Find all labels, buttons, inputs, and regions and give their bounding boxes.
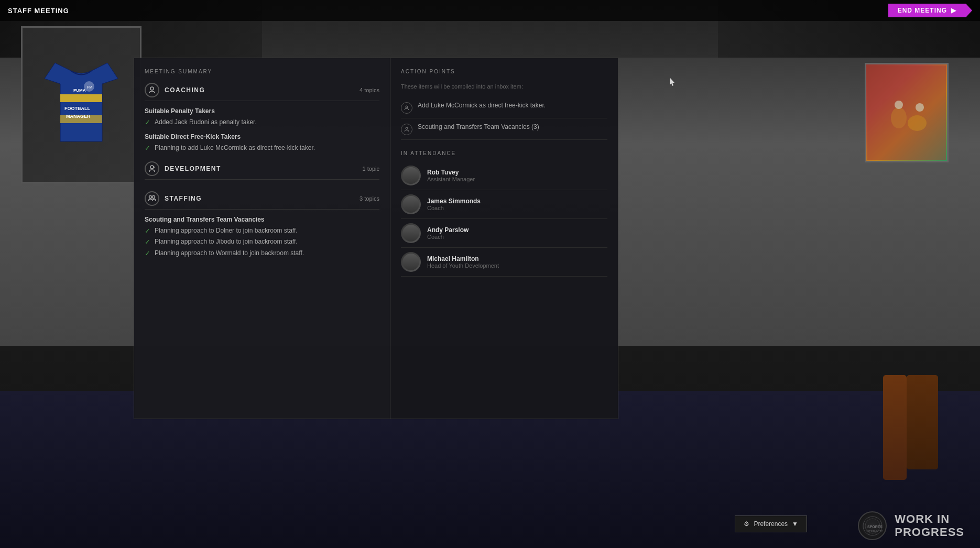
- development-section-name: DEVELOPMENT: [165, 165, 221, 172]
- check-icon-4: ✓: [145, 238, 150, 246]
- wip-line1: WORK IN: [895, 513, 964, 525]
- svg-point-9: [916, 103, 924, 112]
- gear-icon: ⚙: [744, 520, 749, 528]
- wip-line2: PROGRESS: [895, 526, 964, 539]
- top-bar: STAFF MEETING END MEETING ▶: [0, 0, 980, 21]
- staffing-item-2: ✓ Planning approach to Jibodu to join ba…: [145, 237, 379, 246]
- svg-text:INTERACTIVE: INTERACTIVE: [866, 530, 883, 533]
- action-item-icon-2: [401, 124, 412, 135]
- free-kick-text-1: Planning to add Luke McCormick as direct…: [155, 144, 315, 152]
- svg-point-10: [150, 87, 154, 90]
- svg-point-13: [153, 195, 155, 198]
- end-meeting-button[interactable]: END MEETING ▶: [888, 4, 972, 17]
- end-meeting-arrow-icon: ▶: [951, 7, 956, 14]
- check-icon-2: ✓: [145, 144, 150, 152]
- chair-right2: [883, 375, 907, 480]
- staffing-section-header: STAFFING 3 topics: [145, 191, 379, 210]
- staffing-item-1: ✓ Planning approach to Dolner to join ba…: [145, 226, 379, 235]
- staffing-text-3: Planning approach to Wormald to join bac…: [155, 249, 304, 258]
- attendee-row-1: Rob Tuvey Assistant Manager: [401, 161, 607, 190]
- attendee-avatar-2: [401, 194, 421, 214]
- attendee-role-4: Head of Youth Development: [427, 262, 499, 269]
- attendee-info-2: James Simmonds Coach: [427, 198, 481, 211]
- in-attendance-title: IN ATTENDANCE: [401, 150, 607, 156]
- attendee-avatar-3: [401, 223, 421, 243]
- staffing-icon: [145, 191, 159, 206]
- svg-point-6: [891, 107, 907, 128]
- svg-text:FM: FM: [87, 85, 92, 89]
- dialog-container: MEETING SUMMARY COACHING 4 topics Suitab…: [134, 58, 629, 419]
- attendee-role-1: Assistant Manager: [427, 176, 475, 182]
- photo-frame-image: [866, 64, 947, 161]
- scouting-vacancies-title: Scouting and Transfers Team Vacancies: [145, 216, 379, 223]
- preferences-label: Preferences: [754, 520, 788, 528]
- attendee-name-4: Michael Hamilton: [427, 255, 499, 262]
- check-icon-5: ✓: [145, 249, 150, 257]
- free-kick-takers-title: Suitable Direct Free-Kick Takers: [145, 133, 379, 140]
- attendee-info-3: Andy Parslow Coach: [427, 226, 469, 240]
- action-item-2: Scouting and Transfers Team Vacancies (3…: [401, 118, 607, 140]
- wip-watermark: SPORTS INTERACTIVE WORK IN PROGRESS: [858, 511, 964, 540]
- coaching-topic-count: 4 topics: [360, 87, 379, 93]
- staffing-text-2: Planning approach to Jibodu to join back…: [155, 237, 298, 246]
- attendee-name-1: Rob Tuvey: [427, 169, 475, 176]
- coaching-header-left: COACHING: [145, 83, 205, 97]
- chevron-down-icon: ▼: [792, 520, 798, 528]
- attendee-row-4: Michael Hamilton Head of Youth Developme…: [401, 248, 607, 277]
- sports-interactive-logo: SPORTS INTERACTIVE: [858, 511, 887, 540]
- jersey-frame: PUMA FOOTBALL MANAGER FM: [21, 26, 141, 183]
- penalty-taker-item-1: ✓ Added Jack Rudoni as penalty taker.: [145, 118, 379, 127]
- action-item-text-2: Scouting and Transfers Team Vacancies (3…: [418, 123, 539, 131]
- coaching-icon: [145, 83, 159, 97]
- attendee-avatar-4: [401, 252, 421, 272]
- coaching-section-name: COACHING: [165, 86, 205, 94]
- svg-point-8: [895, 101, 903, 109]
- meeting-summary-title: MEETING SUMMARY: [145, 69, 379, 74]
- attendee-row-3: Andy Parslow Coach: [401, 219, 607, 248]
- free-kick-item-1: ✓ Planning to add Luke McCormick as dire…: [145, 144, 379, 152]
- svg-text:SPORTS: SPORTS: [867, 525, 883, 529]
- staffing-section-name: STAFFING: [165, 195, 202, 202]
- attendee-avatar-1: [401, 166, 421, 185]
- development-topic-count: 1 topic: [363, 166, 379, 172]
- staff-meeting-title: STAFF MEETING: [8, 7, 69, 15]
- check-icon: ✓: [145, 118, 150, 126]
- svg-text:PUMA: PUMA: [73, 88, 86, 93]
- penalty-takers-title: Suitable Penalty Takers: [145, 107, 379, 115]
- wip-text: WORK IN PROGRESS: [895, 513, 964, 538]
- attendee-avatar-inner-3: [402, 225, 419, 242]
- svg-point-11: [150, 166, 154, 169]
- staffing-topic-count: 3 topics: [360, 195, 379, 202]
- check-icon-3: ✓: [145, 227, 150, 235]
- staffing-text-1: Planning approach to Dolner to join back…: [155, 226, 298, 235]
- svg-text:FOOTBALL: FOOTBALL: [64, 106, 90, 111]
- svg-point-12: [149, 195, 152, 198]
- svg-text:MANAGER: MANAGER: [66, 114, 91, 119]
- attendee-info-1: Rob Tuvey Assistant Manager: [427, 169, 475, 182]
- attendee-avatar-inner-2: [402, 196, 419, 213]
- attendee-avatar-inner-1: [402, 167, 419, 184]
- attendee-role-2: Coach: [427, 205, 481, 211]
- action-item-text-1: Add Luke McCormick as direct free-kick t…: [418, 101, 546, 110]
- development-section-header: DEVELOPMENT 1 topic: [145, 161, 379, 180]
- penalty-taker-text-1: Added Jack Rudoni as penalty taker.: [155, 118, 257, 127]
- development-header-left: DEVELOPMENT: [145, 161, 221, 176]
- svg-point-14: [406, 106, 408, 108]
- chair-right: [907, 375, 938, 469]
- svg-point-7: [908, 115, 927, 131]
- attendee-name-3: Andy Parslow: [427, 226, 469, 234]
- action-item-icon-1: [401, 102, 412, 114]
- action-points-panel: ACTION POINTS These items will be compil…: [390, 58, 618, 419]
- attendee-name-2: James Simmonds: [427, 198, 481, 205]
- preferences-button[interactable]: ⚙ Preferences ▼: [735, 516, 807, 532]
- attendee-row-2: James Simmonds Coach: [401, 190, 607, 219]
- coaching-section-header: COACHING 4 topics: [145, 83, 379, 101]
- svg-rect-5: [867, 65, 946, 160]
- svg-point-15: [406, 127, 408, 129]
- attendee-role-3: Coach: [427, 234, 469, 240]
- attendee-info-4: Michael Hamilton Head of Youth Developme…: [427, 255, 499, 269]
- action-item-1: Add Luke McCormick as direct free-kick t…: [401, 97, 607, 118]
- action-points-subtext: These items will be compiled into an inb…: [401, 83, 607, 91]
- development-icon: [145, 161, 159, 176]
- staffing-header-left: STAFFING: [145, 191, 202, 206]
